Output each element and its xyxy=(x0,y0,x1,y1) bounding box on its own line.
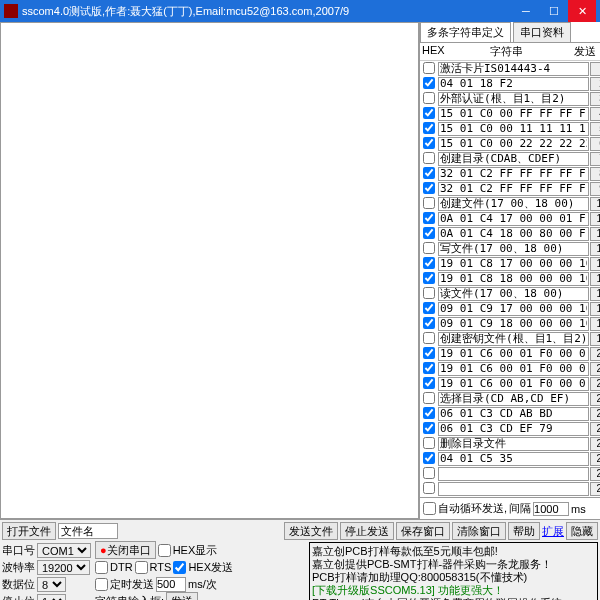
send-row-button[interactable]: 26 xyxy=(590,437,600,451)
send-row-button[interactable]: 6 xyxy=(590,137,600,151)
timed-checkbox[interactable] xyxy=(95,578,108,591)
string-field[interactable] xyxy=(438,212,589,226)
string-field[interactable] xyxy=(438,362,589,376)
send-row-button[interactable]: 8 xyxy=(590,167,600,181)
close-button[interactable]: ✕ xyxy=(568,0,596,22)
hex-checkbox[interactable] xyxy=(423,137,435,149)
extend-link[interactable]: 扩展 xyxy=(542,524,564,539)
send-row-button[interactable]: 18 xyxy=(590,317,600,331)
tab-multi-string[interactable]: 多条字符串定义 xyxy=(420,22,511,42)
string-field[interactable] xyxy=(438,377,589,391)
close-port-button[interactable]: ●关闭串口 xyxy=(95,541,156,559)
hex-checkbox[interactable] xyxy=(423,152,435,164)
send-row-button[interactable]: 4 xyxy=(590,107,600,121)
string-field[interactable] xyxy=(438,242,589,256)
hex-checkbox[interactable] xyxy=(423,122,435,134)
baud-select[interactable]: 19200 xyxy=(37,560,90,575)
save-window-button[interactable]: 保存窗口 xyxy=(396,522,450,540)
send-row-button[interactable]: 20 xyxy=(590,347,600,361)
hex-checkbox[interactable] xyxy=(423,167,435,179)
send-row-button[interactable]: 22 xyxy=(590,377,600,391)
tab-port-info[interactable]: 串口资料 xyxy=(513,22,571,42)
send-row-button[interactable]: 3 xyxy=(590,92,600,106)
hex-checkbox[interactable] xyxy=(423,92,435,104)
send-row-button[interactable]: 17 xyxy=(590,302,600,316)
hex-checkbox[interactable] xyxy=(423,272,435,284)
open-file-button[interactable]: 打开文件 xyxy=(2,522,56,540)
string-field[interactable] xyxy=(438,137,589,151)
send-row-button[interactable]: 27 xyxy=(590,452,600,466)
timed-input[interactable] xyxy=(156,577,186,592)
filename-input[interactable] xyxy=(58,523,118,539)
hex-checkbox[interactable] xyxy=(423,482,435,494)
string-field[interactable] xyxy=(438,452,589,466)
send-row-button[interactable]: 14 xyxy=(590,257,600,271)
string-field[interactable] xyxy=(438,317,589,331)
string-field[interactable] xyxy=(438,227,589,241)
send-row-button[interactable]: 15 xyxy=(590,272,600,286)
hex-checkbox[interactable] xyxy=(423,332,435,344)
hex-checkbox[interactable] xyxy=(423,197,435,209)
string-field[interactable] xyxy=(438,422,589,436)
string-field[interactable] xyxy=(438,122,589,136)
hex-checkbox[interactable] xyxy=(423,287,435,299)
hexshow-checkbox[interactable] xyxy=(158,544,171,557)
hex-checkbox[interactable] xyxy=(423,227,435,239)
hex-checkbox[interactable] xyxy=(423,407,435,419)
string-field[interactable] xyxy=(438,302,589,316)
string-field[interactable] xyxy=(438,332,589,346)
send-row-button[interactable]: 2 xyxy=(590,77,600,91)
help-button[interactable]: 帮助 xyxy=(508,522,540,540)
hex-checkbox[interactable] xyxy=(423,377,435,389)
send-row-button[interactable]: 12 xyxy=(590,227,600,241)
string-field[interactable] xyxy=(438,197,589,211)
send-row-button[interactable]: 29 xyxy=(590,482,600,496)
send-row-button[interactable]: 23 xyxy=(590,392,600,406)
string-field[interactable] xyxy=(438,482,589,496)
string-field[interactable] xyxy=(438,287,589,301)
string-field[interactable] xyxy=(438,467,589,481)
hex-checkbox[interactable] xyxy=(423,182,435,194)
send-row-button[interactable]: 13 xyxy=(590,242,600,256)
clear-window-button[interactable]: 清除窗口 xyxy=(452,522,506,540)
databits-select[interactable]: 8 xyxy=(37,577,66,592)
send-button[interactable]: 发送 xyxy=(166,592,198,600)
string-field[interactable] xyxy=(438,77,589,91)
minimize-button[interactable]: ─ xyxy=(512,0,540,22)
send-row-button[interactable]: 9 xyxy=(590,182,600,196)
string-field[interactable] xyxy=(438,407,589,421)
hex-checkbox[interactable] xyxy=(423,212,435,224)
send-row-button[interactable]: 25 xyxy=(590,422,600,436)
hex-checkbox[interactable] xyxy=(423,422,435,434)
send-row-button[interactable]: 24 xyxy=(590,407,600,421)
string-field[interactable] xyxy=(438,392,589,406)
send-row-button[interactable]: 10 xyxy=(590,197,600,211)
hex-checkbox[interactable] xyxy=(423,392,435,404)
string-field[interactable] xyxy=(438,62,589,76)
string-field[interactable] xyxy=(438,272,589,286)
string-field[interactable] xyxy=(438,347,589,361)
hex-checkbox[interactable] xyxy=(423,77,435,89)
string-field[interactable] xyxy=(438,107,589,121)
hex-checkbox[interactable] xyxy=(423,302,435,314)
hex-checkbox[interactable] xyxy=(423,257,435,269)
send-row-button[interactable]: 28 xyxy=(590,467,600,481)
send-file-button[interactable]: 发送文件 xyxy=(284,522,338,540)
string-field[interactable] xyxy=(438,257,589,271)
string-field[interactable] xyxy=(438,152,589,166)
send-row-button[interactable]: 16 xyxy=(590,287,600,301)
interval-input[interactable] xyxy=(533,502,569,516)
hex-checkbox[interactable] xyxy=(423,347,435,359)
hex-checkbox[interactable] xyxy=(423,107,435,119)
hide-button[interactable]: 隐藏 xyxy=(566,522,598,540)
string-field[interactable] xyxy=(438,182,589,196)
hex-checkbox[interactable] xyxy=(423,437,435,449)
hex-checkbox[interactable] xyxy=(423,452,435,464)
stopbits-select[interactable]: 1 xyxy=(37,594,66,601)
hexsend-checkbox[interactable] xyxy=(173,561,186,574)
dtr-checkbox[interactable] xyxy=(95,561,108,574)
hex-checkbox[interactable] xyxy=(423,467,435,479)
hex-checkbox[interactable] xyxy=(423,362,435,374)
send-row-button[interactable]: 5 xyxy=(590,122,600,136)
send-row-button[interactable]: 19 xyxy=(590,332,600,346)
